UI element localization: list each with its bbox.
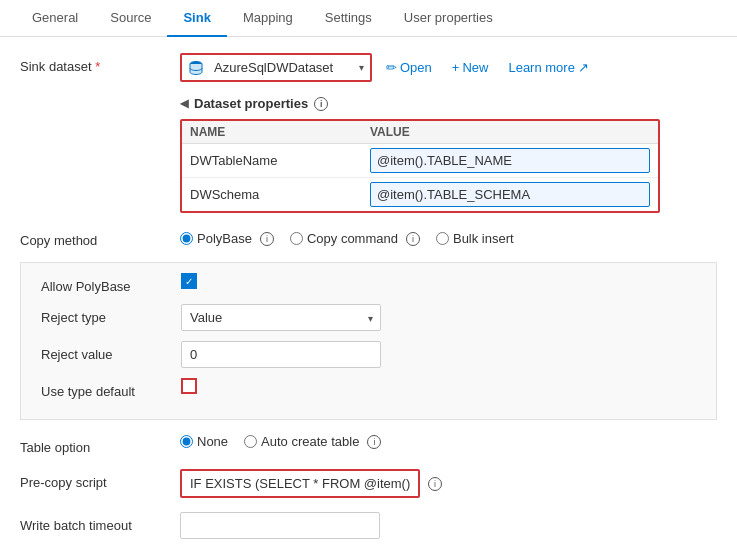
polybase-info-icon[interactable]: i	[260, 232, 274, 246]
prop-name-dwschema: DWSchema	[182, 181, 362, 208]
pre-copy-script-row: Pre-copy script i	[20, 469, 717, 498]
tab-settings[interactable]: Settings	[309, 0, 388, 37]
dataset-select-wrapper: AzureSqlDWDataset ▾	[180, 53, 372, 82]
reject-value-row: Reject value	[21, 341, 716, 368]
dataset-properties-section: ◀ Dataset properties i NAME VALUE DWTabl…	[180, 96, 717, 213]
prop-value-dwschema	[362, 178, 658, 211]
copy-method-control: PolyBase i Copy command i Bulk insert	[180, 227, 717, 246]
pre-copy-script-input[interactable]	[180, 469, 420, 498]
reject-value-control	[181, 341, 696, 368]
use-type-default-label: Use type default	[41, 378, 181, 399]
radio-none[interactable]: None	[180, 434, 228, 449]
sink-dataset-label: Sink dataset *	[20, 53, 180, 74]
dwschema-input[interactable]	[370, 182, 650, 207]
sink-dataset-row: Sink dataset * AzureSqlDWDataset	[20, 53, 717, 82]
col-value-header: VALUE	[370, 125, 650, 139]
write-batch-timeout-row: Write batch timeout	[20, 512, 717, 539]
table-option-row: Table option None Auto create table i	[20, 434, 717, 455]
write-batch-timeout-label: Write batch timeout	[20, 512, 180, 533]
copy-method-label: Copy method	[20, 227, 180, 248]
radio-polybase-label: PolyBase	[197, 231, 252, 246]
tab-user-properties[interactable]: User properties	[388, 0, 509, 37]
table-option-label: Table option	[20, 434, 180, 455]
prop-value-dwtablename	[362, 144, 658, 177]
pre-copy-script-control: i	[180, 469, 717, 498]
use-type-default-checkbox[interactable]	[181, 378, 197, 394]
reject-type-dropdown[interactable]: Value Percentage	[181, 304, 381, 331]
pre-copy-script-label: Pre-copy script	[20, 469, 180, 490]
radio-bulk-insert[interactable]: Bulk insert	[436, 231, 514, 246]
tab-source[interactable]: Source	[94, 0, 167, 37]
edit-pencil-icon: ✏	[386, 60, 397, 75]
dataset-properties-table: NAME VALUE DWTableName DWSchema	[180, 119, 660, 213]
dwtablename-input[interactable]	[370, 148, 650, 173]
new-dataset-button[interactable]: + New	[446, 56, 495, 79]
reject-type-control: Value Percentage ▾	[181, 304, 696, 331]
db-icon	[182, 56, 210, 80]
external-link-icon: ↗	[578, 60, 589, 75]
prop-row-dwtablename: DWTableName	[182, 144, 658, 178]
radio-none-label: None	[197, 434, 228, 449]
radio-polybase-input[interactable]	[180, 232, 193, 245]
learn-more-button[interactable]: Learn more ↗	[502, 56, 594, 79]
properties-table-header: NAME VALUE	[182, 121, 658, 144]
allow-polybase-checkbox[interactable]: ✓	[181, 273, 197, 289]
reject-type-label: Reject type	[41, 304, 181, 325]
write-batch-timeout-control	[180, 512, 717, 539]
pre-copy-script-info-icon[interactable]: i	[428, 477, 442, 491]
radio-bulk-insert-input[interactable]	[436, 232, 449, 245]
table-option-control: None Auto create table i	[180, 434, 717, 449]
tab-bar: General Source Sink Mapping Settings Use…	[0, 0, 737, 37]
reject-value-input[interactable]	[181, 341, 381, 368]
sink-content: Sink dataset * AzureSqlDWDataset	[0, 37, 737, 544]
dataset-row: AzureSqlDWDataset ▾ ✏ Open + New Learn m…	[180, 53, 595, 82]
allow-polybase-label: Allow PolyBase	[41, 273, 181, 294]
tab-general[interactable]: General	[16, 0, 94, 37]
radio-copy-command-label: Copy command	[307, 231, 398, 246]
plus-icon: +	[452, 60, 460, 75]
use-type-default-row: Use type default	[21, 378, 716, 399]
radio-auto-create-table[interactable]: Auto create table i	[244, 434, 381, 449]
prop-row-dwschema: DWSchema	[182, 178, 658, 211]
copy-method-row: Copy method PolyBase i Copy command i Bu…	[20, 227, 717, 248]
reject-type-wrapper: Value Percentage ▾	[181, 304, 381, 331]
allow-polybase-control: ✓	[181, 273, 696, 289]
copy-method-radio-group: PolyBase i Copy command i Bulk insert	[180, 227, 514, 246]
required-marker: *	[95, 59, 100, 74]
radio-auto-create-input[interactable]	[244, 435, 257, 448]
radio-auto-create-label: Auto create table	[261, 434, 359, 449]
reject-type-row: Reject type Value Percentage ▾	[21, 304, 716, 331]
radio-copy-command[interactable]: Copy command i	[290, 231, 420, 246]
dataset-properties-info-icon[interactable]: i	[314, 97, 328, 111]
table-option-group: None Auto create table i	[180, 434, 381, 449]
radio-none-input[interactable]	[180, 435, 193, 448]
tab-mapping[interactable]: Mapping	[227, 0, 309, 37]
write-batch-timeout-input[interactable]	[180, 512, 380, 539]
radio-bulk-insert-label: Bulk insert	[453, 231, 514, 246]
allow-polybase-row: Allow PolyBase ✓	[21, 273, 716, 294]
radio-copy-command-input[interactable]	[290, 232, 303, 245]
sink-dataset-control: AzureSqlDWDataset ▾ ✏ Open + New Learn m…	[180, 53, 717, 82]
dataset-properties-header: ◀ Dataset properties i	[180, 96, 717, 111]
open-dataset-button[interactable]: ✏ Open	[380, 56, 438, 79]
reject-value-label: Reject value	[41, 341, 181, 362]
auto-create-info-icon[interactable]: i	[367, 435, 381, 449]
polybase-settings: Allow PolyBase ✓ Reject type Value Perce…	[20, 262, 717, 420]
prop-name-dwtablename: DWTableName	[182, 147, 362, 174]
radio-polybase[interactable]: PolyBase i	[180, 231, 274, 246]
dataset-dropdown[interactable]: AzureSqlDWDataset	[210, 55, 370, 80]
col-name-header: NAME	[190, 125, 370, 139]
checkmark-icon: ✓	[185, 276, 193, 287]
collapse-arrow-icon[interactable]: ◀	[180, 97, 188, 110]
tab-sink[interactable]: Sink	[167, 0, 226, 37]
copy-command-info-icon[interactable]: i	[406, 232, 420, 246]
use-type-default-control	[181, 378, 696, 394]
